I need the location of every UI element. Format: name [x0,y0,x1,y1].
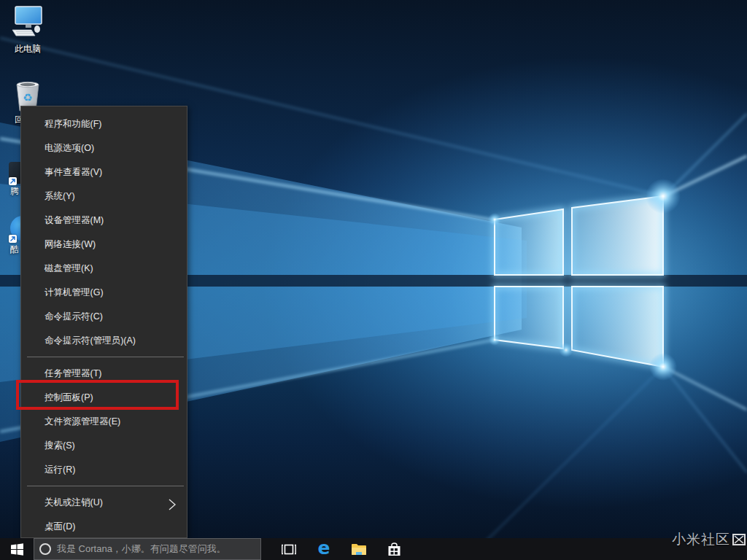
menu-item-desktop[interactable]: 桌面(D) [21,515,187,539]
menu-item-network-connections[interactable]: 网络连接(W) [21,233,187,257]
menu-item-device-manager[interactable]: 设备管理器(M) [21,209,187,233]
task-view-icon [282,544,296,555]
cortana-search-input[interactable]: 我是 Cortana，小娜。有问题尽管问我。 [34,538,261,560]
menu-item-shutdown-or-signout[interactable]: 关机或注销(U) [21,491,187,515]
shortcut-arrow-icon [9,235,17,243]
menu-item-power-options[interactable]: 电源选项(O) [21,136,187,160]
store-button[interactable] [376,538,411,560]
menu-item-computer-management[interactable]: 计算机管理(G) [21,281,187,305]
search-placeholder-text: 我是 Cortana，小娜。有问题尽管问我。 [57,542,226,556]
svg-text:♻: ♻ [23,91,32,104]
windows-logo-icon [11,543,23,556]
edge-browser-button[interactable]: e [306,538,341,560]
desktop-icon-label: 此电脑 [0,43,55,55]
menu-item-control-panel[interactable]: 控制面板(P) [21,386,187,410]
file-explorer-button[interactable] [341,538,376,560]
start-button[interactable] [0,538,34,560]
taskbar: 我是 Cortana，小娜。有问题尽管问我。 e [0,538,747,560]
menu-item-command-prompt[interactable]: 命令提示符(C) [21,305,187,329]
menu-item-file-explorer[interactable]: 文件资源管理器(E) [21,410,187,434]
desktop-icon-label: 腾 [10,185,19,198]
cortana-ring-icon [39,543,51,555]
shortcut-arrow-icon [9,177,17,185]
menu-separator [21,482,187,491]
menu-item-system[interactable]: 系统(Y) [21,184,187,209]
edge-icon: e [318,539,330,557]
menu-separator [21,353,187,362]
desktop-icon-this-pc[interactable]: 此电脑 [0,4,55,55]
winx-context-menu: 程序和功能(F) 电源选项(O) 事件查看器(V) 系统(Y) 设备管理器(M)… [20,106,187,538]
task-view-button[interactable] [271,538,306,560]
menu-item-task-manager[interactable]: 任务管理器(T) [21,362,187,386]
store-icon [387,542,401,556]
this-pc-icon [9,4,46,42]
desktop-icon-label: 酷 [10,244,19,256]
menu-item-search[interactable]: 搜索(S) [21,434,187,458]
menu-item-event-viewer[interactable]: 事件查看器(V) [21,160,187,184]
taskbar-spacer [261,538,271,560]
menu-item-command-prompt-admin[interactable]: 命令提示符(管理员)(A) [21,329,187,353]
menu-item-disk-management[interactable]: 磁盘管理(K) [21,257,187,281]
file-explorer-icon [351,543,367,556]
menu-item-run[interactable]: 运行(R) [21,458,187,482]
menu-item-programs-and-features[interactable]: 程序和功能(F) [21,112,187,136]
